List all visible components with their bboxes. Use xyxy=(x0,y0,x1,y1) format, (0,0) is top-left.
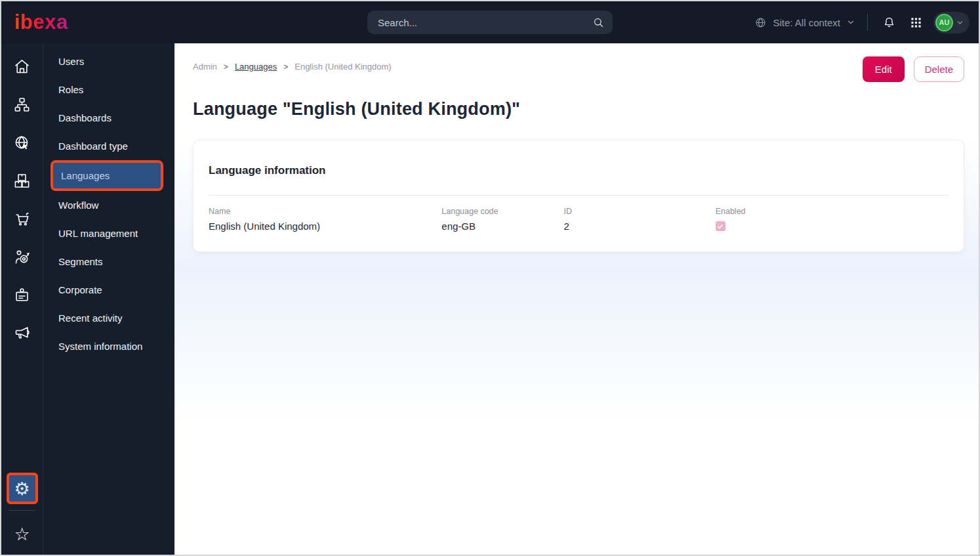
home-icon xyxy=(13,58,31,75)
gear-icon: ⚙ xyxy=(14,480,30,498)
field-value: eng-GB xyxy=(441,221,563,232)
search-icon[interactable] xyxy=(592,16,605,29)
rail-bottom-group: ⚙ ☆ xyxy=(1,473,43,555)
field-label: Enabled xyxy=(716,207,949,216)
notifications-button[interactable] xyxy=(880,13,899,32)
sidebar-item-dashboards[interactable]: Dashboards xyxy=(43,104,174,132)
language-fields: Name English (United Kingdom) Language c… xyxy=(209,207,949,232)
search-input[interactable] xyxy=(378,17,592,28)
admin-sidebar: Users Roles Dashboards Dashboard type La… xyxy=(43,43,174,555)
card-title: Language information xyxy=(209,164,949,177)
delete-button[interactable]: Delete xyxy=(914,56,964,82)
topbar: ibexa Site: All context xyxy=(1,1,979,43)
topbar-right-cluster: Site: All context xyxy=(754,1,970,43)
field-language-code: Language code eng-GB xyxy=(441,207,563,232)
sidebar-item-dashboard-type[interactable]: Dashboard type xyxy=(43,132,174,160)
sidebar-item-recent-activity[interactable]: Recent activity xyxy=(43,304,174,332)
topbar-divider xyxy=(867,14,868,31)
field-enabled: Enabled xyxy=(716,207,949,232)
site-context-selector[interactable]: Site: All context xyxy=(754,16,855,29)
products-icon xyxy=(13,172,31,190)
breadcrumb-languages-link[interactable]: Languages xyxy=(235,62,277,72)
bell-icon xyxy=(882,16,896,30)
card-divider xyxy=(209,195,949,196)
field-value: English (United Kingdom) xyxy=(209,221,441,232)
sidebar-item-users[interactable]: Users xyxy=(43,47,174,75)
field-label: Name xyxy=(209,207,441,216)
rail-item-customers[interactable] xyxy=(1,238,43,276)
rail-item-commerce[interactable] xyxy=(1,200,43,238)
apps-grid-icon xyxy=(910,16,922,29)
global-search[interactable] xyxy=(367,11,613,34)
icon-rail: ⚙ ☆ xyxy=(1,43,43,555)
sidebar-item-corporate[interactable]: Corporate xyxy=(43,276,174,304)
apps-grid-button[interactable] xyxy=(907,14,925,32)
main-content: Admin > Languages > English (United King… xyxy=(174,43,979,555)
sidebar-item-languages[interactable]: Languages xyxy=(51,160,163,191)
field-label: Language code xyxy=(441,207,563,216)
rail-item-content[interactable] xyxy=(1,85,43,123)
rail-item-site[interactable] xyxy=(1,123,43,161)
checkmark-icon xyxy=(717,223,724,230)
page-title: Language "English (United Kingdom)" xyxy=(193,99,964,119)
megaphone-icon xyxy=(13,324,31,342)
sidebar-item-segments[interactable]: Segments xyxy=(43,247,174,276)
rail-item-admin-settings[interactable]: ⚙ xyxy=(7,473,38,504)
field-label: ID xyxy=(563,207,715,216)
language-information-card: Language information Name English (Unite… xyxy=(193,140,964,252)
rail-item-products[interactable] xyxy=(1,161,43,200)
breadcrumb-separator: > xyxy=(283,62,288,72)
edit-button[interactable]: Edit xyxy=(863,56,905,82)
rail-item-home[interactable] xyxy=(1,47,43,85)
cart-icon xyxy=(13,210,31,228)
rail-item-bookmarks[interactable]: ☆ xyxy=(1,517,43,551)
breadcrumb-current: English (United Kingdom) xyxy=(295,62,391,72)
user-menu[interactable]: AU xyxy=(933,12,970,33)
badge-icon xyxy=(13,286,31,304)
sidebar-item-roles[interactable]: Roles xyxy=(43,75,174,104)
sitemap-icon xyxy=(13,96,31,114)
chevron-down-icon xyxy=(846,18,855,27)
field-value: 2 xyxy=(563,221,715,232)
chevron-down-icon xyxy=(956,18,964,27)
breadcrumb-admin[interactable]: Admin xyxy=(193,62,217,72)
rail-divider xyxy=(9,510,36,511)
app-window: ibexa Site: All context xyxy=(0,0,980,556)
sidebar-item-system-information[interactable]: System information xyxy=(43,332,174,360)
field-id: ID 2 xyxy=(563,207,715,232)
sidebar-item-workflow[interactable]: Workflow xyxy=(43,191,174,219)
ibexa-logo[interactable]: ibexa xyxy=(14,11,68,34)
star-icon: ☆ xyxy=(14,525,30,543)
field-name: Name English (United Kingdom) xyxy=(209,207,441,232)
avatar[interactable]: AU xyxy=(935,14,953,32)
audience-target-icon xyxy=(13,248,31,266)
page-actions: Edit Delete xyxy=(863,56,964,82)
sidebar-item-url-management[interactable]: URL management xyxy=(43,219,174,247)
rail-item-marketing[interactable] xyxy=(1,314,43,352)
breadcrumb: Admin > Languages > English (United King… xyxy=(193,62,392,72)
site-context-label: Site: All context xyxy=(773,17,840,28)
globe-icon xyxy=(754,16,767,29)
breadcrumb-separator: > xyxy=(224,62,228,72)
globe-pointer-icon xyxy=(13,134,31,152)
rail-item-corporate[interactable] xyxy=(1,276,43,314)
enabled-checkbox-checked xyxy=(716,221,725,231)
